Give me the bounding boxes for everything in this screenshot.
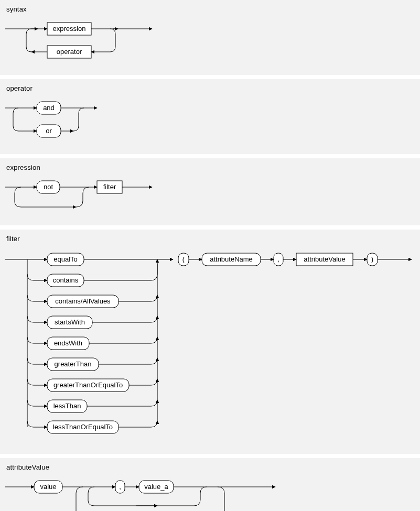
alt-7: lessThan <box>53 402 81 410</box>
node-value-a: value_a <box>144 483 168 491</box>
node-operator: operator <box>57 48 82 56</box>
alt-5: greaterThan <box>55 360 92 368</box>
node-expression: expression <box>53 25 86 32</box>
node-close: ) <box>371 255 373 263</box>
alt-6: greaterThanOrEqualTo <box>53 381 123 389</box>
syntax-panel: syntax expression operator <box>0 0 420 75</box>
syntax-title: syntax <box>6 5 415 13</box>
node-open: ( <box>182 255 185 263</box>
node-and: and <box>43 104 55 112</box>
alt-1: contains <box>53 276 79 284</box>
attributevalue-diagram: value , value_a <box>5 476 288 511</box>
alt-0: equalTo <box>53 255 78 263</box>
filter-title: filter <box>6 235 415 243</box>
attributevalue-title: attributeValue <box>6 463 415 471</box>
alt-2: contains/AllValues <box>55 297 111 305</box>
syntax-diagram: expression operator <box>5 18 163 66</box>
node-filter: filter <box>103 183 116 191</box>
alt-8: lessThanOrEqualTo <box>53 423 113 431</box>
node-or: or <box>46 127 52 135</box>
node-not: not <box>44 183 53 191</box>
expression-diagram: not filter <box>5 177 163 216</box>
expression-title: expression <box>6 164 415 171</box>
operator-diagram: and or <box>5 97 110 145</box>
filter-panel: filter equalTo contains contains/AllValu… <box>0 230 420 454</box>
node-comma: , <box>277 255 279 263</box>
operator-title: operator <box>6 84 415 92</box>
attributevalue-panel: attributeValue value , value_a <box>0 458 420 511</box>
alt-3: startsWith <box>55 318 85 326</box>
node-attrvalue: attributeValue <box>304 255 345 263</box>
expression-panel: expression not filter <box>0 158 420 225</box>
alt-4: endsWith <box>54 339 82 347</box>
operator-panel: operator and or <box>0 79 420 154</box>
filter-diagram: equalTo contains contains/AllValues star… <box>5 248 414 444</box>
node-av-comma: , <box>119 483 121 491</box>
node-value: value <box>40 483 56 491</box>
node-attrname: attributeName <box>210 255 253 263</box>
